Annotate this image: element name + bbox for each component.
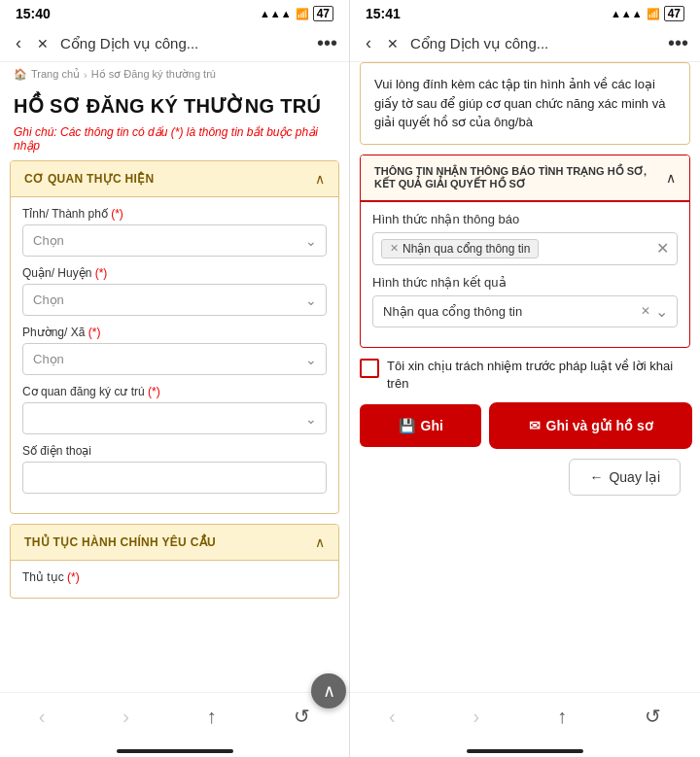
right-tag-x[interactable]: ✕ (390, 242, 399, 255)
left-section-body-thu-tuc: Thủ tục (*) (11, 561, 338, 598)
right-notification-chevron: ∧ (666, 170, 676, 186)
left-page-title: HỒ SƠ ĐĂNG KÝ THƯỜNG TRÚ (0, 86, 349, 121)
right-info-card: Vui lòng đính kèm các tập tin hình ảnh v… (360, 62, 690, 145)
right-info-text: Vui lòng đính kèm các tập tin hình ảnh v… (374, 75, 676, 132)
left-section-chevron-co-quan: ∧ (315, 171, 325, 187)
left-breadcrumb: 🏠 Trang chủ › Hồ sơ Đăng ký thường trú (0, 62, 349, 86)
right-result-select-x[interactable]: ✕ (641, 304, 650, 318)
left-nav-refresh-btn[interactable]: ↺ (282, 701, 322, 732)
left-req-phuong: (*) (88, 326, 101, 339)
left-nav-bar: ‹ ✕ Cổng Dịch vụ công... ••• (0, 25, 349, 62)
right-nav-refresh-btn[interactable]: ↺ (633, 701, 673, 732)
left-nav-back-btn[interactable]: ‹ (27, 702, 57, 732)
right-label-result: Hình thức nhận kết quả (372, 275, 678, 290)
right-notification-header[interactable]: THÔNG TIN NHẬN THÔNG BÁO TÌNH TRẠNG HỒ S… (361, 155, 689, 202)
right-status-icons: ▲▲▲ 📶 47 (611, 6, 684, 21)
right-nav-share-btn[interactable]: ↑ (545, 702, 578, 732)
right-notification-body: Hình thức nhận thông báo ✕ Nhận qua cổng… (361, 202, 689, 347)
breadcrumb-home-link[interactable]: Trang chủ (31, 68, 80, 81)
left-nav-forward-btn[interactable]: › (111, 702, 141, 732)
left-label-phuong: Phường/ Xã (*) (22, 326, 327, 339)
right-notification-title: THÔNG TIN NHẬN THÔNG BÁO TÌNH TRẠNG HỒ S… (374, 165, 666, 190)
right-label-notif: Hình thức nhận thông báo (372, 212, 678, 226)
left-input-phone[interactable] (22, 462, 327, 494)
right-notification-section: THÔNG TIN NHẬN THÔNG BÁO TÌNH TRẠNG HỒ S… (360, 155, 690, 348)
left-section-body-co-quan: Tỉnh/ Thành phố (*) Chọn Quận/ Huyện (*) (11, 197, 338, 513)
right-quay-lai-button[interactable]: ← Quay lại (569, 459, 681, 496)
right-tag-outer-close[interactable]: ✕ (656, 239, 669, 258)
left-note: Ghi chú: Các thông tin có dấu (*) là thô… (0, 121, 349, 160)
left-label-thu-tuc: Thủ tục (*) (22, 570, 327, 584)
right-ghi-button[interactable]: 💾 Ghi (360, 404, 481, 447)
right-page-content: Vui lòng đính kèm các tập tin hình ảnh v… (350, 62, 700, 692)
breadcrumb-sep1: › (84, 69, 88, 81)
left-nav-dots[interactable]: ••• (317, 32, 337, 54)
right-nav-forward-btn[interactable]: › (462, 702, 492, 732)
left-back-button[interactable]: ‹ (12, 31, 25, 55)
right-close-button[interactable]: ✕ (383, 34, 402, 53)
right-ghi-label: Ghi (421, 418, 443, 433)
breadcrumb-home-icon: 🏠 (14, 68, 27, 81)
right-result-select[interactable]: Nhận qua cổng thông tin (372, 295, 678, 327)
battery-icon: 47 (313, 6, 333, 21)
left-fab[interactable]: ∧ (311, 673, 346, 708)
right-checkbox-label: Tôi xin chịu trách nhiệm trước pháp luật… (387, 358, 690, 393)
right-signal-icon: ▲▲▲ (611, 8, 643, 19)
left-section-chevron-thu-tuc: ∧ (315, 534, 325, 550)
left-field-co-quan: Cơ quan đăng ký cư trú (*) (22, 385, 327, 434)
right-phone: 15:41 ▲▲▲ 📶 47 ‹ ✕ Cổng Dịch vụ công... … (350, 0, 700, 757)
left-section-title-co-quan: CƠ QUAN THỰC HIỆN (24, 172, 154, 186)
right-ghi-gui-icon: ✉ (529, 418, 541, 433)
right-bottom-nav: ‹ › ↑ ↺ (350, 692, 700, 741)
right-action-buttons: 💾 Ghi ✉ Ghi và gửi hồ sơ (360, 404, 690, 447)
right-checkbox[interactable] (360, 359, 379, 378)
left-nav-share-btn[interactable]: ↑ (194, 702, 228, 732)
left-section-thu-tuc: THỦ TỤC HÀNH CHÍNH YÊU CẦU ∧ Thủ tục (*) (10, 524, 339, 599)
right-nav-dots[interactable]: ••• (668, 32, 688, 54)
left-section-header-co-quan[interactable]: CƠ QUAN THỰC HIỆN ∧ (11, 161, 338, 197)
left-select-quan-wrapper[interactable]: Chọn (22, 284, 327, 316)
right-back-button[interactable]: ‹ (362, 31, 375, 55)
right-ghi-gui-button[interactable]: ✉ Ghi và gửi hồ sơ (491, 404, 690, 447)
right-quay-row: ← Quay lại (360, 459, 690, 507)
right-nav-back-btn[interactable]: ‹ (377, 702, 407, 732)
left-req-co-quan: (*) (148, 385, 160, 398)
right-ghi-gui-label: Ghi và gửi hồ sơ (546, 418, 653, 433)
right-quay-lai-label: Quay lại (609, 469, 660, 485)
left-section-co-quan: CƠ QUAN THỰC HIỆN ∧ Tỉnh/ Thành phố (*) … (10, 160, 339, 514)
right-nav-title: Cổng Dịch vụ công... (410, 35, 660, 52)
right-result-select-wrapper[interactable]: Nhận qua cổng thông tin ✕ (372, 295, 678, 327)
left-section-header-thu-tuc[interactable]: THỦ TỤC HÀNH CHÍNH YÊU CẦU ∧ (11, 525, 338, 561)
left-time: 15:40 (16, 6, 51, 21)
right-home-bar (467, 749, 583, 753)
left-section-title-thu-tuc: THỦ TỤC HÀNH CHÍNH YÊU CẦU (24, 535, 216, 549)
left-nav-title: Cổng Dịch vụ công... (60, 35, 309, 52)
left-field-quan: Quận/ Huyện (*) Chọn (22, 266, 327, 316)
breadcrumb-page: Hồ sơ Đăng ký thường trú (91, 68, 216, 81)
left-label-phone: Số điện thoại (22, 444, 327, 458)
left-label-quan: Quận/ Huyện (*) (22, 266, 327, 280)
left-select-phuong-wrapper[interactable]: Chọn (22, 343, 327, 375)
right-tag-notif: ✕ Nhận qua cổng thông tin (381, 239, 539, 258)
left-label-tinh: Tỉnh/ Thành phố (*) (22, 207, 327, 221)
right-checkbox-row: Tôi xin chịu trách nhiệm trước pháp luật… (360, 358, 690, 393)
left-select-quan[interactable]: Chọn (22, 284, 327, 316)
left-select-tinh[interactable]: Chọn (22, 224, 327, 257)
right-home-indicator (350, 741, 700, 757)
right-ghi-icon: 💾 (399, 418, 415, 433)
left-bottom-nav: ‹ › ↑ ↺ (0, 692, 349, 741)
signal-icon: ▲▲▲ (260, 8, 292, 19)
left-close-button[interactable]: ✕ (33, 34, 52, 53)
left-home-bar (117, 749, 233, 753)
left-select-tinh-wrapper[interactable]: Chọn (22, 224, 327, 257)
left-select-co-quan[interactable] (22, 402, 327, 434)
note-text-span: Ghi chú: Các thông tin có dấu (*) là thô… (14, 125, 318, 153)
left-label-co-quan: Cơ quan đăng ký cư trú (*) (22, 385, 327, 398)
left-select-phuong[interactable]: Chọn (22, 343, 327, 375)
left-field-phone: Số điện thoại (22, 444, 327, 494)
left-select-co-quan-wrapper[interactable] (22, 402, 327, 434)
right-wifi-icon: 📶 (647, 8, 660, 20)
left-req-quan: (*) (95, 266, 108, 280)
left-home-indicator (0, 741, 349, 757)
left-status-bar: 15:40 ▲▲▲ 📶 47 (0, 0, 349, 25)
